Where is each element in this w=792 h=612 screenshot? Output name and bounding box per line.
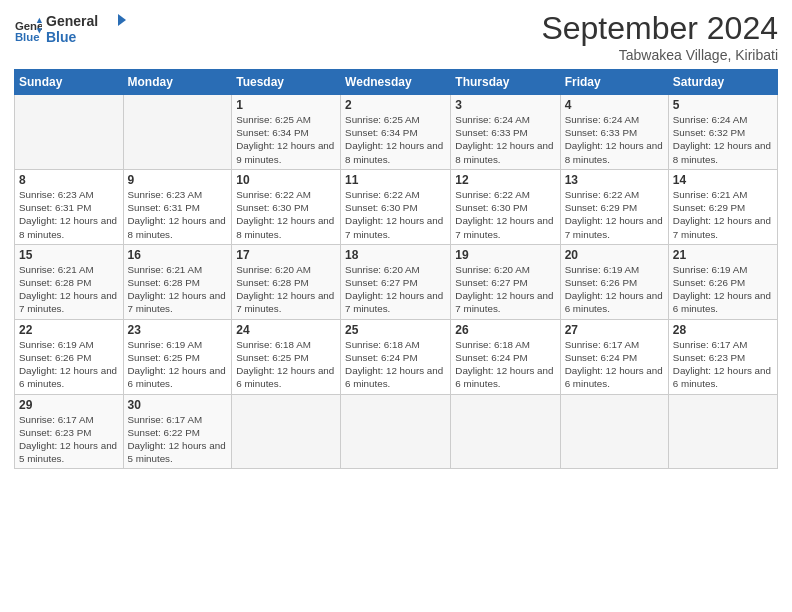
day-number: 21 (673, 248, 773, 262)
week-row-5: 29Sunrise: 6:17 AMSunset: 6:23 PMDayligh… (15, 394, 778, 469)
svg-marker-6 (118, 14, 126, 26)
calendar-cell (123, 95, 232, 170)
day-detail: Sunrise: 6:22 AMSunset: 6:30 PMDaylight:… (236, 189, 334, 240)
day-number: 14 (673, 173, 773, 187)
header: General Blue General Blue September 2024… (14, 10, 778, 63)
header-thursday: Thursday (451, 70, 560, 95)
header-sunday: Sunday (15, 70, 124, 95)
calendar-cell: 1Sunrise: 6:25 AMSunset: 6:34 PMDaylight… (232, 95, 341, 170)
day-detail: Sunrise: 6:17 AMSunset: 6:22 PMDaylight:… (128, 414, 226, 465)
calendar-cell: 28Sunrise: 6:17 AMSunset: 6:23 PMDayligh… (668, 319, 777, 394)
day-detail: Sunrise: 6:19 AMSunset: 6:25 PMDaylight:… (128, 339, 226, 390)
calendar-cell: 8Sunrise: 6:23 AMSunset: 6:31 PMDaylight… (15, 169, 124, 244)
calendar-cell: 20Sunrise: 6:19 AMSunset: 6:26 PMDayligh… (560, 244, 668, 319)
header-saturday: Saturday (668, 70, 777, 95)
calendar-cell: 22Sunrise: 6:19 AMSunset: 6:26 PMDayligh… (15, 319, 124, 394)
day-detail: Sunrise: 6:18 AMSunset: 6:24 PMDaylight:… (345, 339, 443, 390)
calendar-cell (15, 95, 124, 170)
day-detail: Sunrise: 6:18 AMSunset: 6:24 PMDaylight:… (455, 339, 553, 390)
day-number: 5 (673, 98, 773, 112)
week-row-2: 8Sunrise: 6:23 AMSunset: 6:31 PMDaylight… (15, 169, 778, 244)
calendar-cell: 26Sunrise: 6:18 AMSunset: 6:24 PMDayligh… (451, 319, 560, 394)
day-detail: Sunrise: 6:17 AMSunset: 6:24 PMDaylight:… (565, 339, 663, 390)
calendar-cell (451, 394, 560, 469)
day-detail: Sunrise: 6:22 AMSunset: 6:29 PMDaylight:… (565, 189, 663, 240)
day-detail: Sunrise: 6:24 AMSunset: 6:32 PMDaylight:… (673, 114, 771, 165)
calendar-cell (560, 394, 668, 469)
calendar-cell: 14Sunrise: 6:21 AMSunset: 6:29 PMDayligh… (668, 169, 777, 244)
day-detail: Sunrise: 6:20 AMSunset: 6:28 PMDaylight:… (236, 264, 334, 315)
logo-icon: General Blue (14, 16, 42, 44)
day-detail: Sunrise: 6:19 AMSunset: 6:26 PMDaylight:… (673, 264, 771, 315)
day-number: 18 (345, 248, 446, 262)
header-tuesday: Tuesday (232, 70, 341, 95)
calendar-cell: 3Sunrise: 6:24 AMSunset: 6:33 PMDaylight… (451, 95, 560, 170)
header-wednesday: Wednesday (341, 70, 451, 95)
header-friday: Friday (560, 70, 668, 95)
calendar-cell (668, 394, 777, 469)
week-row-4: 22Sunrise: 6:19 AMSunset: 6:26 PMDayligh… (15, 319, 778, 394)
day-detail: Sunrise: 6:21 AMSunset: 6:28 PMDaylight:… (128, 264, 226, 315)
day-number: 26 (455, 323, 555, 337)
month-title: September 2024 (541, 10, 778, 47)
day-detail: Sunrise: 6:25 AMSunset: 6:34 PMDaylight:… (236, 114, 334, 165)
calendar-cell: 10Sunrise: 6:22 AMSunset: 6:30 PMDayligh… (232, 169, 341, 244)
day-number: 22 (19, 323, 119, 337)
logo-svg: General Blue (46, 10, 126, 46)
day-number: 9 (128, 173, 228, 187)
day-number: 11 (345, 173, 446, 187)
calendar-cell: 4Sunrise: 6:24 AMSunset: 6:33 PMDaylight… (560, 95, 668, 170)
day-detail: Sunrise: 6:17 AMSunset: 6:23 PMDaylight:… (673, 339, 771, 390)
day-detail: Sunrise: 6:23 AMSunset: 6:31 PMDaylight:… (128, 189, 226, 240)
calendar-cell: 23Sunrise: 6:19 AMSunset: 6:25 PMDayligh… (123, 319, 232, 394)
calendar-cell: 15Sunrise: 6:21 AMSunset: 6:28 PMDayligh… (15, 244, 124, 319)
day-detail: Sunrise: 6:19 AMSunset: 6:26 PMDaylight:… (19, 339, 117, 390)
day-detail: Sunrise: 6:17 AMSunset: 6:23 PMDaylight:… (19, 414, 117, 465)
calendar-cell: 30Sunrise: 6:17 AMSunset: 6:22 PMDayligh… (123, 394, 232, 469)
week-row-1: 1Sunrise: 6:25 AMSunset: 6:34 PMDaylight… (15, 95, 778, 170)
day-detail: Sunrise: 6:20 AMSunset: 6:27 PMDaylight:… (455, 264, 553, 315)
day-detail: Sunrise: 6:18 AMSunset: 6:25 PMDaylight:… (236, 339, 334, 390)
day-detail: Sunrise: 6:19 AMSunset: 6:26 PMDaylight:… (565, 264, 663, 315)
calendar-header-row: SundayMondayTuesdayWednesdayThursdayFrid… (15, 70, 778, 95)
svg-text:General: General (46, 13, 98, 29)
day-number: 1 (236, 98, 336, 112)
location-subtitle: Tabwakea Village, Kiribati (541, 47, 778, 63)
day-number: 30 (128, 398, 228, 412)
day-number: 25 (345, 323, 446, 337)
svg-text:Blue: Blue (46, 29, 77, 45)
svg-text:Blue: Blue (15, 31, 40, 43)
day-detail: Sunrise: 6:24 AMSunset: 6:33 PMDaylight:… (565, 114, 663, 165)
day-number: 23 (128, 323, 228, 337)
week-row-3: 15Sunrise: 6:21 AMSunset: 6:28 PMDayligh… (15, 244, 778, 319)
calendar-cell (232, 394, 341, 469)
header-monday: Monday (123, 70, 232, 95)
day-number: 17 (236, 248, 336, 262)
day-detail: Sunrise: 6:21 AMSunset: 6:29 PMDaylight:… (673, 189, 771, 240)
calendar-cell: 21Sunrise: 6:19 AMSunset: 6:26 PMDayligh… (668, 244, 777, 319)
calendar-cell: 25Sunrise: 6:18 AMSunset: 6:24 PMDayligh… (341, 319, 451, 394)
calendar-cell: 13Sunrise: 6:22 AMSunset: 6:29 PMDayligh… (560, 169, 668, 244)
day-number: 29 (19, 398, 119, 412)
calendar-cell (341, 394, 451, 469)
day-number: 4 (565, 98, 664, 112)
day-number: 16 (128, 248, 228, 262)
day-number: 13 (565, 173, 664, 187)
calendar-cell: 24Sunrise: 6:18 AMSunset: 6:25 PMDayligh… (232, 319, 341, 394)
day-detail: Sunrise: 6:25 AMSunset: 6:34 PMDaylight:… (345, 114, 443, 165)
title-block: September 2024 Tabwakea Village, Kiribat… (541, 10, 778, 63)
main-container: General Blue General Blue September 2024… (0, 0, 792, 479)
calendar-cell: 12Sunrise: 6:22 AMSunset: 6:30 PMDayligh… (451, 169, 560, 244)
logo: General Blue General Blue (14, 10, 126, 50)
calendar-cell: 18Sunrise: 6:20 AMSunset: 6:27 PMDayligh… (341, 244, 451, 319)
day-number: 2 (345, 98, 446, 112)
day-detail: Sunrise: 6:23 AMSunset: 6:31 PMDaylight:… (19, 189, 117, 240)
day-number: 10 (236, 173, 336, 187)
calendar-cell: 11Sunrise: 6:22 AMSunset: 6:30 PMDayligh… (341, 169, 451, 244)
day-number: 27 (565, 323, 664, 337)
calendar-cell: 2Sunrise: 6:25 AMSunset: 6:34 PMDaylight… (341, 95, 451, 170)
day-number: 24 (236, 323, 336, 337)
day-detail: Sunrise: 6:20 AMSunset: 6:27 PMDaylight:… (345, 264, 443, 315)
calendar-cell: 19Sunrise: 6:20 AMSunset: 6:27 PMDayligh… (451, 244, 560, 319)
day-number: 3 (455, 98, 555, 112)
